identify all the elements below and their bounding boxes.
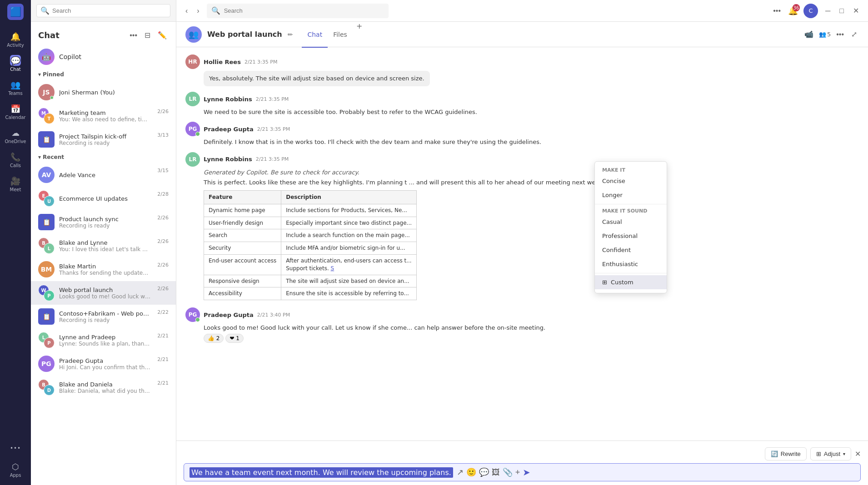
apps-icon: ⬡ [10, 461, 21, 472]
rewrite-button[interactable]: 🔄 Rewrite [765, 447, 807, 460]
reaction-heart[interactable]: ❤️ 1 [225, 334, 244, 343]
video-call-button[interactable]: 📹 [803, 28, 815, 40]
dropdown-item-concise[interactable]: Concise [595, 174, 667, 188]
pinned-section-header[interactable]: ▾ Pinned [31, 69, 176, 80]
back-button[interactable]: ‹ [184, 5, 190, 17]
header-more-button[interactable]: ••• [834, 29, 846, 40]
top-right: ••• 🔔 36 C ─ □ ✕ [771, 4, 861, 18]
message-avatar-pradeep: PG [185, 122, 200, 136]
chat-avatar-lynne-pradeep: LP [38, 332, 55, 348]
tab-files[interactable]: Files [328, 22, 353, 48]
dropdown-item-enthusiastic[interactable]: Enthusiastic [595, 257, 667, 271]
chat-item-blake-lynne[interactable]: BL Blake and Lynne You: I love this idea… [31, 234, 176, 257]
chat-info-marketing: Marketing team You: We also need to defi… [59, 109, 151, 123]
tab-chat[interactable]: Chat [302, 22, 328, 48]
sidebar-item-teams[interactable]: 👥 Teams [0, 75, 31, 99]
table-header-feature: Feature [204, 190, 281, 204]
message-text: Definitely. I know that is in the works … [204, 139, 541, 145]
chat-time: 2/26 [157, 215, 169, 221]
dropdown-item-confident[interactable]: Confident [595, 243, 667, 257]
table-row: Responsive design The site will adjust s… [204, 275, 417, 287]
sticker-button[interactable]: 💬 [479, 467, 489, 477]
recent-section-header[interactable]: ▾ Recent [31, 151, 176, 163]
message-time: 2/21 3:35 PM [244, 59, 278, 65]
chat-item-marketing[interactable]: MT Marketing team You: We also need to d… [31, 104, 176, 128]
chat-item-pradeep[interactable]: PG Pradeep Gupta Hi Joni. Can you confir… [31, 352, 176, 376]
chat-item-product[interactable]: 📋 Product launch sync Recording is ready… [31, 210, 176, 234]
chat-list-title: Chat [38, 30, 60, 40]
close-compose-button[interactable]: ✕ [855, 450, 861, 458]
dropdown-item-longer[interactable]: Longer [595, 188, 667, 202]
chat-item-web-portal[interactable]: WP Web portal launch Looks good to me! G… [31, 281, 176, 305]
sidebar-item-onedrive[interactable]: ☁️ OneDrive [0, 124, 31, 148]
chat-info-adele: Adele Vance [59, 172, 151, 178]
message-time: 2/21 3:35 PM [256, 96, 289, 102]
message-group-m2: LR Lynne Robbins 2/21 3:35 PM We need to… [185, 92, 859, 116]
sidebar-item-apps[interactable]: ⬡ Apps [0, 457, 31, 481]
search-input[interactable] [52, 7, 166, 14]
expand-button[interactable]: ⤢ [849, 28, 859, 40]
chat-item-joni[interactable]: JS Joni Sherman (You) [31, 80, 176, 104]
top-more-button[interactable]: ••• [771, 5, 783, 17]
chat-list-icons: ••• ⊟ ✏️ [128, 29, 169, 41]
onedrive-icon: ☁️ [10, 127, 21, 138]
nav-sidebar: 🟦 🔔 Activity 💬 Chat 👥 Teams 📅 Calendar ☁… [0, 0, 31, 485]
chat-item-project[interactable]: 📋 Project Tailspin kick-off Recording is… [31, 128, 176, 151]
message-avatar-hollie: HR [185, 54, 200, 69]
sidebar-item-calls[interactable]: 📞 Calls [0, 148, 31, 172]
copilot-item[interactable]: 🤖 Copilot [31, 45, 176, 69]
sidebar-item-activity[interactable]: 🔔 Activity [0, 27, 31, 51]
chat-more-button[interactable]: ••• [128, 30, 139, 41]
emoji-button[interactable]: 🙂 [466, 467, 476, 477]
dropdown-item-custom[interactable]: ⊞ Custom [595, 275, 667, 289]
attach-button[interactable]: 📎 [503, 467, 513, 477]
sidebar-item-more[interactable]: ••• [0, 439, 31, 457]
chat-item-contoso[interactable]: 📋 Contoso+Fabrikam - Web portal ki... Re… [31, 305, 176, 328]
send-via-icon[interactable]: ↗ [457, 467, 464, 477]
dropdown-item-casual[interactable]: Casual [595, 215, 667, 229]
gif-button[interactable]: 🖼 [492, 468, 500, 477]
reaction-thumbs-up[interactable]: 👍 2 [204, 334, 224, 343]
new-chat-button[interactable]: ✏️ [156, 29, 169, 41]
chat-item-lynne-pradeep[interactable]: LP Lynne and Pradeep Lynne: Sounds like … [31, 328, 176, 352]
user-avatar[interactable]: C [803, 4, 818, 18]
chat-info-project: Project Tailspin kick-off Recording is r… [59, 133, 151, 146]
filter-button[interactable]: ⊟ [143, 29, 152, 41]
message-meta: PG Pradeep Gupta 2/21 3:35 PM [185, 122, 859, 136]
forward-button[interactable]: › [195, 5, 201, 17]
chat-list-panel: 🔍 Chat ••• ⊟ ✏️ 🤖 Copilot ▾ Pinned JS Jo… [31, 0, 176, 485]
add-tab-button[interactable]: + [353, 22, 366, 47]
compose-area: We have a team event next month. We will… [184, 463, 861, 481]
chat-item-blake-daniela[interactable]: BD Blake and Daniela Blake: Daniela, wha… [31, 376, 176, 399]
top-bar: ‹ › 🔍 ••• 🔔 36 C ─ □ ✕ [176, 0, 868, 22]
sidebar-item-calendar[interactable]: 📅 Calendar [0, 99, 31, 124]
apps-label: Apps [10, 473, 21, 478]
chat-list-header: Chat ••• ⊟ ✏️ [31, 22, 176, 45]
maximize-button[interactable]: □ [838, 5, 846, 17]
chat-item-ecommerce[interactable]: EU Ecommerce UI updates 2/28 [31, 187, 176, 210]
global-search-input[interactable] [224, 7, 384, 14]
chat-info-contoso: Contoso+Fabrikam - Web portal ki... Reco… [59, 310, 151, 323]
chat-item-adele[interactable]: AV Adele Vance 3/15 [31, 163, 176, 187]
edit-title-icon[interactable]: ✏️ [288, 31, 293, 38]
notifications-icon[interactable]: 🔔 36 [788, 6, 798, 15]
message-body: Yes, absolutely. The site will adjust si… [204, 71, 859, 86]
messages-area[interactable]: HR Hollie Rees 2/21 3:35 PM Yes, absolut… [176, 47, 868, 440]
minimize-button[interactable]: ─ [823, 5, 832, 17]
pinned-chevron-icon: ▾ [38, 71, 41, 78]
activity-icon: 🔔 [10, 31, 21, 42]
message-sender: Pradeep Gupta [204, 126, 254, 133]
chat-time: 2/28 [157, 191, 169, 197]
search-bar: 🔍 [207, 4, 389, 18]
dropdown-item-professional[interactable]: Professional [595, 229, 667, 243]
message-body: Definitely. I know that is in the works … [204, 138, 859, 146]
chat-item-blake-martin[interactable]: BM Blake Martin Thanks for sending the u… [31, 257, 176, 281]
more-compose-button[interactable]: + [515, 468, 520, 477]
close-button[interactable]: ✕ [851, 5, 861, 17]
confident-label: Confident [602, 247, 631, 253]
send-button[interactable]: ➤ [523, 467, 530, 478]
adjust-button[interactable]: ⊞ Adjust ▾ [810, 447, 851, 460]
sidebar-item-chat[interactable]: 💬 Chat [0, 51, 31, 75]
search-icon: 🔍 [211, 6, 220, 15]
sidebar-item-meet[interactable]: 🎥 Meet [0, 172, 31, 196]
